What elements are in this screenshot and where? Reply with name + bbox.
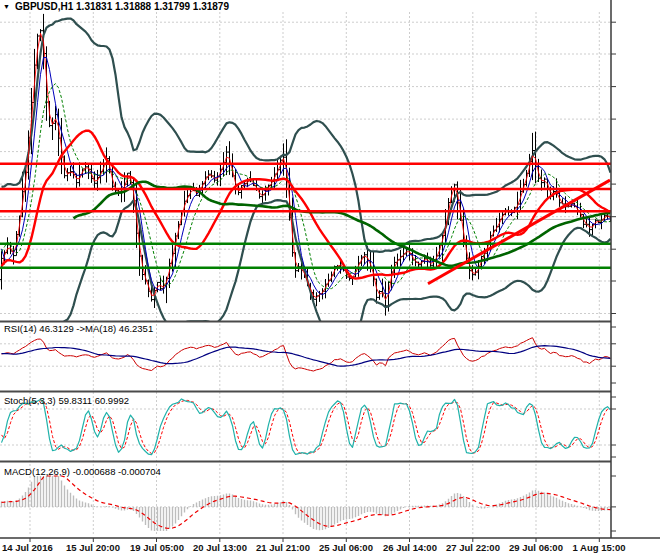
symbol-ohlc-title: GBPUSD,H1 1.31831 1.31888 1.31799 1.3187… [15,1,229,12]
stoch-indicator-label: Stoch(5,3,3) 59.8311 60.9992 [4,395,129,406]
time-axis-label: 20 Jul 13:00 [187,542,253,554]
time-axis-label: 29 Jul 06:00 [503,542,569,554]
time-axis-label: 25 Jul 06:00 [313,542,379,554]
time-axis-label: 26 Jul 14:00 [377,542,443,554]
chart-window: ▼ GBPUSD,H1 1.31831 1.31888 1.31799 1.31… [0,0,660,560]
time-axis-label: 27 Jul 22:00 [440,542,506,554]
rsi-indicator-label: RSI(14) 46.3129 ->MA(18) 46.2351 [4,323,153,334]
time-axis-label: 21 Jul 21:00 [250,542,316,554]
time-axis-label: 1 Aug 15:00 [566,542,632,554]
chart-title: ▼ GBPUSD,H1 1.31831 1.31888 1.31799 1.31… [3,1,229,12]
time-axis-label: 15 Jul 20:00 [60,542,126,554]
time-axis-label: 14 Jul 2016 [2,542,53,554]
time-axis-label: 19 Jul 05:00 [124,542,190,554]
chart-marker-icon: ▼ [3,2,10,12]
macd-indicator-label: MACD(12,26,9) -0.000688 -0.000704 [4,466,161,477]
